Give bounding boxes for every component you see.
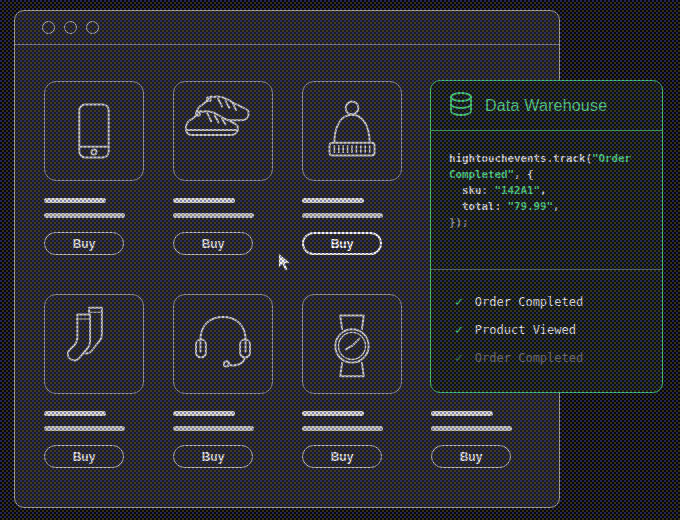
product-card[interactable] [44, 81, 144, 181]
buy-button[interactable]: Buy [44, 232, 124, 255]
skeleton-text-line [431, 411, 493, 416]
code-token: sku: [449, 184, 495, 197]
code-token: Completed" [449, 168, 514, 181]
checkmark-icon: ✓ [455, 322, 463, 337]
window-control-dot[interactable] [64, 21, 77, 34]
beanie-icon [303, 82, 401, 180]
event-row: ✓Order Completed [455, 350, 644, 365]
event-row: ✓Order Completed [455, 294, 644, 309]
code-token: total: [449, 200, 508, 213]
buy-button[interactable]: Buy [173, 445, 253, 468]
browser-titlebar [15, 11, 559, 45]
skeleton-text-line [173, 213, 254, 218]
event-row: ✓Product Viewed [455, 322, 644, 337]
skeleton-text-line [44, 213, 125, 218]
code-line: hightouchevents.track("Order [449, 151, 644, 167]
product-card[interactable] [173, 294, 273, 394]
code-token: "142A1" [495, 184, 541, 197]
code-token: "79.99" [508, 200, 554, 213]
data-warehouse-panel: Data Warehouse hightouchevents.track("Or… [430, 80, 663, 393]
buy-button[interactable]: Buy [302, 445, 382, 468]
code-token: , [540, 184, 547, 197]
checkmark-icon: ✓ [455, 294, 463, 309]
window-control-dot[interactable] [86, 21, 99, 34]
skeleton-text-line [302, 198, 364, 203]
product-cell: Buy [44, 294, 144, 468]
sneaker-icon [174, 82, 272, 180]
event-checklist: ✓Order Completed✓Product Viewed✓Order Co… [431, 269, 662, 365]
product-cell: Buy [173, 81, 273, 255]
event-label: Order Completed [475, 295, 583, 309]
skeleton-text-line [173, 198, 235, 203]
skeleton-text-line [44, 426, 125, 431]
code-line: total: "79.99", [449, 199, 644, 215]
panel-title: Data Warehouse [485, 97, 607, 115]
skeleton-text-line [302, 213, 383, 218]
headphones-icon [174, 295, 272, 393]
window-control-dot[interactable] [42, 21, 55, 34]
phone-icon [45, 82, 143, 180]
event-label: Order Completed [475, 351, 583, 365]
skeleton-text-line [173, 426, 254, 431]
event-label: Product Viewed [475, 323, 576, 337]
buy-button[interactable]: Buy [302, 232, 382, 255]
product-cell: Buy [173, 294, 273, 468]
code-line: Completed", { [449, 167, 644, 183]
code-line: }); [449, 215, 644, 231]
product-cell: Buy [302, 294, 402, 468]
mouse-cursor-icon [277, 252, 294, 273]
buy-button[interactable]: Buy [44, 445, 124, 468]
tracking-code-snippet: hightouchevents.track("OrderCompleted", … [431, 131, 662, 269]
code-token: , [553, 200, 560, 213]
code-line: sku: "142A1", [449, 183, 644, 199]
buy-button[interactable]: Buy [431, 445, 511, 468]
product-card[interactable] [302, 294, 402, 394]
product-cell: Buy [302, 81, 402, 255]
code-token: , { [514, 168, 534, 181]
code-token: }); [449, 216, 469, 229]
illustration-stage: BuyBuyBuyBuyBuyBuyBuy Data Warehouse hig… [0, 0, 680, 520]
product-card[interactable] [302, 81, 402, 181]
data-warehouse-header: Data Warehouse [431, 81, 662, 131]
skeleton-text-line [44, 411, 106, 416]
product-cell: Buy [44, 81, 144, 255]
skeleton-text-line [302, 411, 364, 416]
socks-icon [45, 295, 143, 393]
skeleton-text-line [431, 426, 512, 431]
product-card[interactable] [44, 294, 144, 394]
database-icon [449, 92, 473, 120]
skeleton-text-line [44, 198, 106, 203]
buy-button[interactable]: Buy [173, 232, 253, 255]
skeleton-text-line [173, 411, 235, 416]
code-token: "Order [592, 152, 631, 165]
product-card[interactable] [173, 81, 273, 181]
skeleton-text-line [302, 426, 383, 431]
watch-icon [303, 295, 401, 393]
code-token: hightouchevents.track( [449, 152, 592, 165]
checkmark-icon: ✓ [455, 350, 463, 365]
